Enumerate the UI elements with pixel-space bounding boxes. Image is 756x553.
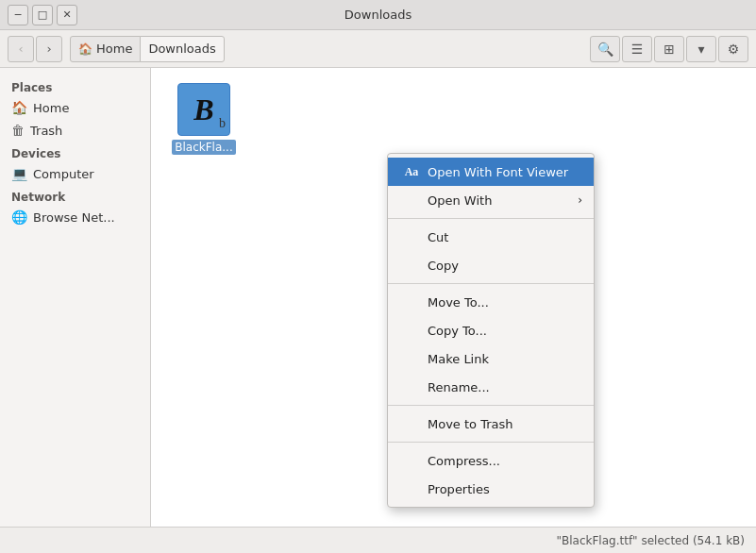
menu-separator-2 bbox=[388, 283, 594, 284]
search-button[interactable]: 🔍 bbox=[590, 36, 620, 62]
grid-button[interactable]: ⊞ bbox=[654, 36, 684, 62]
rename-icon bbox=[403, 378, 420, 395]
devices-label: Devices bbox=[0, 142, 150, 162]
network-label: Network bbox=[0, 185, 150, 206]
breadcrumb-home[interactable]: 🏠 Home bbox=[70, 36, 141, 62]
sidebar-item-trash[interactable]: 🗑 Trash bbox=[0, 119, 150, 142]
context-menu: Aa Open With Font Viewer Open With › Cut… bbox=[387, 153, 595, 508]
font-letter-large: B bbox=[193, 92, 213, 127]
open-with-icon bbox=[403, 192, 420, 209]
properties-icon bbox=[403, 480, 420, 497]
window-controls: − □ ✕ bbox=[8, 5, 77, 25]
move-to-icon bbox=[403, 293, 420, 310]
dropdown-button[interactable]: ▾ bbox=[686, 36, 716, 62]
main-area: Places 🏠 Home 🗑 Trash Devices 💻 Computer… bbox=[0, 68, 756, 527]
forward-button[interactable]: › bbox=[36, 36, 62, 62]
breadcrumb-downloads[interactable]: Downloads bbox=[140, 36, 224, 62]
file-icon-image: B b bbox=[177, 83, 230, 136]
cut-icon bbox=[403, 228, 420, 245]
settings-button[interactable]: ⚙ bbox=[718, 36, 748, 62]
search-icon: 🔍 bbox=[597, 42, 613, 57]
status-text: "BlackFlag.ttf" selected (54.1 kB) bbox=[556, 534, 745, 547]
file-icon-label: BlackFla... bbox=[172, 140, 236, 155]
sidebar: Places 🏠 Home 🗑 Trash Devices 💻 Computer… bbox=[0, 68, 151, 527]
link-icon bbox=[403, 350, 420, 367]
context-menu-open-with[interactable]: Open With › bbox=[388, 186, 594, 214]
context-menu-compress[interactable]: Compress... bbox=[388, 446, 594, 475]
menu-separator-4 bbox=[388, 442, 594, 443]
font-preview: B b bbox=[178, 84, 229, 135]
close-button[interactable]: ✕ bbox=[57, 5, 77, 25]
grid-icon: ⊞ bbox=[664, 42, 675, 57]
context-menu-make-link[interactable]: Make Link bbox=[388, 344, 594, 373]
network-icon: 🌐 bbox=[11, 209, 27, 225]
home-icon: 🏠 bbox=[11, 100, 27, 115]
menu-icon: ☰ bbox=[631, 42, 644, 57]
sidebar-item-home[interactable]: 🏠 Home bbox=[0, 96, 150, 119]
font-viewer-icon: Aa bbox=[403, 163, 420, 180]
file-area: B b BlackFla... Aa Open With Font Viewer… bbox=[151, 68, 756, 527]
copy-icon bbox=[403, 257, 420, 274]
sidebar-item-computer[interactable]: 💻 Computer bbox=[0, 162, 150, 185]
menu-separator-1 bbox=[388, 218, 594, 219]
submenu-arrow-icon: › bbox=[578, 193, 582, 207]
menu-button[interactable]: ☰ bbox=[622, 36, 652, 62]
context-menu-move-to[interactable]: Move To... bbox=[388, 288, 594, 316]
context-menu-cut[interactable]: Cut bbox=[388, 223, 594, 251]
trash-icon bbox=[403, 415, 420, 432]
context-menu-properties[interactable]: Properties bbox=[388, 475, 594, 503]
computer-icon: 💻 bbox=[11, 166, 27, 181]
context-menu-open-font-viewer[interactable]: Aa Open With Font Viewer bbox=[388, 158, 594, 186]
context-menu-rename[interactable]: Rename... bbox=[388, 373, 594, 401]
menu-separator-3 bbox=[388, 405, 594, 406]
statusbar: "BlackFlag.ttf" selected (54.1 kB) bbox=[0, 527, 756, 553]
context-menu-move-to-trash[interactable]: Move to Trash bbox=[388, 410, 594, 438]
places-label: Places bbox=[0, 75, 150, 96]
home-icon: 🏠 bbox=[78, 42, 92, 56]
font-letter-small: b bbox=[219, 116, 226, 131]
titlebar: − □ ✕ Downloads bbox=[0, 0, 756, 30]
chevron-down-icon: ▾ bbox=[697, 42, 704, 57]
sidebar-item-browse-net[interactable]: 🌐 Browse Net... bbox=[0, 206, 150, 228]
context-menu-copy-to[interactable]: Copy To... bbox=[388, 316, 594, 344]
window-title: Downloads bbox=[77, 8, 679, 22]
back-button[interactable]: ‹ bbox=[8, 36, 34, 62]
toolbar-right: 🔍 ☰ ⊞ ▾ ⚙ bbox=[590, 36, 748, 62]
trash-icon: 🗑 bbox=[11, 123, 25, 138]
file-icon-blackflag[interactable]: B b BlackFla... bbox=[166, 83, 242, 155]
maximize-button[interactable]: □ bbox=[32, 5, 53, 25]
minimize-button[interactable]: − bbox=[8, 5, 28, 25]
toolbar: ‹ › 🏠 Home Downloads 🔍 ☰ ⊞ ▾ ⚙ bbox=[0, 30, 756, 68]
gear-icon: ⚙ bbox=[728, 42, 740, 57]
copy-to-icon bbox=[403, 322, 420, 339]
breadcrumb: 🏠 Home Downloads bbox=[70, 36, 225, 62]
compress-icon bbox=[403, 452, 420, 469]
nav-buttons: ‹ › bbox=[8, 36, 62, 62]
context-menu-copy[interactable]: Copy bbox=[388, 251, 594, 279]
